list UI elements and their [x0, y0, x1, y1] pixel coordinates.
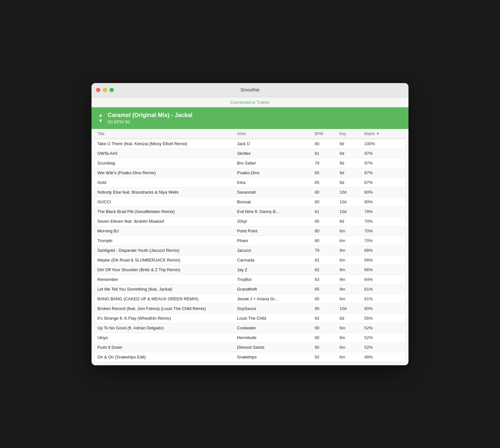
col-header-match[interactable]: Match ▼ [362, 129, 367, 139]
cell-artist: Bro Safari [234, 158, 312, 168]
cell-key: 6m [337, 352, 362, 362]
cell-bpm: 80 [312, 226, 337, 236]
cell-key: 10d [337, 207, 362, 216]
cell-title: Ukiyo [95, 333, 234, 342]
cell-artist: Snakehips [234, 352, 312, 362]
cell-key: 9m [337, 265, 362, 274]
window-title: Smoothie [240, 87, 259, 92]
minimize-button[interactable] [103, 88, 107, 92]
now-playing-meta: 80 BPM 9d [108, 119, 192, 124]
table-row[interactable]: Morning BJ Point Point 80 6m 70% [95, 226, 405, 236]
cell-bpm: 81 [312, 148, 337, 158]
table-row[interactable]: Nobody Else feat. Brasstracks & Niya Wel… [95, 187, 405, 197]
cell-bpm: 82 [312, 265, 337, 274]
cell-title: Let Me Tell You Something (feat. Jackal) [95, 284, 234, 294]
now-playing-arrows: ▲ ▼ [98, 112, 103, 123]
cell-title: BANG BANG (CAKED UP & MEAUX GREEN REMIX) [95, 294, 234, 304]
table-row[interactable]: Scumbag Bro Safari 79 9d 97% [95, 158, 405, 168]
cell-bpm: 90 [312, 333, 337, 342]
cell-key: 10d [337, 197, 362, 207]
arrow-up-icon: ▲ [98, 112, 103, 118]
cell-artist: Evil Nine ft. Danny B... [234, 207, 312, 216]
table-row[interactable]: Maybe (Elk Road & SLUMBERJACK Remix) Car… [95, 255, 405, 265]
table-row[interactable]: Dirt Off Your Shoulder (Brillz & Z Trip … [95, 265, 405, 274]
table-row[interactable]: Wie Wär's (Psaiko.Dino Remix) Psaiko.Din… [95, 168, 405, 177]
cell-key: 9m [337, 274, 362, 284]
cell-bpm: 85 [312, 294, 337, 304]
table-row[interactable]: Let Me Tell You Something (feat. Jackal)… [95, 284, 405, 294]
cell-key: 6m [337, 342, 362, 352]
table-row[interactable]: The Black Brad Pitt (Gesaffelstein Remix… [95, 207, 405, 216]
cell-match: 48% [362, 352, 405, 362]
cell-title: Nobody Else feat. Brasstracks & Niya Wel… [95, 187, 234, 197]
cell-key: 10d [337, 187, 362, 197]
cell-key: 9d [337, 158, 362, 168]
cell-match: 87% [362, 168, 405, 177]
cell-bpm: 83 [312, 274, 337, 284]
cell-key: 6m [337, 323, 362, 333]
table-row[interactable]: Santigold - Disparate Youth (Jacuzzi Rem… [95, 245, 405, 255]
cell-title: Morning BJ [95, 226, 234, 236]
table-row[interactable]: Push It Down Dimond Saints 90 6m 52% [95, 342, 405, 352]
table-row[interactable]: Broken Record (feat. Joni Fatora) (Louis… [95, 304, 405, 313]
maximize-button[interactable] [110, 88, 114, 92]
cell-match: 97% [362, 158, 405, 168]
cell-bpm: 90 [312, 323, 337, 333]
table-row[interactable]: OWSLA#3 Skrillex 81 9d 97% [95, 148, 405, 158]
cell-match: 55% [362, 313, 405, 323]
cell-match: 66% [362, 265, 405, 274]
table-row[interactable]: It's Strange ft. K.Flay (Wheathin Remix)… [95, 313, 405, 323]
cell-match: 97% [362, 148, 405, 158]
cell-match: 64% [362, 274, 405, 284]
table-row[interactable]: Trompki Pham 80 6m 70% [95, 236, 405, 245]
cell-artist: Pham [234, 236, 312, 245]
table-row[interactable]: BANG BANG (CAKED UP & MEAUX GREEN REMIX)… [95, 294, 405, 304]
cell-match: 87% [362, 177, 405, 187]
table-row[interactable]: GUCCI Bonsaii 80 10d 80% [95, 197, 405, 207]
cell-key: 9m [337, 245, 362, 255]
cell-title: GUCCI [95, 197, 234, 207]
table-row[interactable]: Gold Kiira 85 9d 87% [95, 177, 405, 187]
table-row[interactable]: On & On (Snakehips Edit) Snakehips 92 6m… [95, 352, 405, 362]
col-header-artist: Artist [234, 129, 312, 139]
cell-key: 9m [337, 284, 362, 294]
cell-key: 10d [337, 304, 362, 313]
cell-artist: Jessie J + Ariana Gr... [234, 294, 312, 304]
cell-match: 52% [362, 323, 405, 333]
table-row[interactable]: Ukiyo Hermitude 90 9m 52% [95, 333, 405, 342]
cell-title: Maybe (Elk Road & SLUMBERJACK Remix) [95, 255, 234, 265]
close-button[interactable] [96, 88, 100, 92]
cell-title: OWSLA#3 [95, 148, 234, 158]
table-row[interactable]: Remember TroyBoi 83 9m 64% [95, 274, 405, 284]
cell-title: Gold [95, 177, 234, 187]
cell-artist: Coolwater [234, 323, 312, 333]
cell-match: 100% [362, 139, 405, 148]
col-header-title: Title [95, 129, 234, 139]
cell-key: 8d [337, 216, 362, 226]
titlebar: Smoothie [92, 83, 408, 97]
cell-artist: Jacuzzi [234, 245, 312, 255]
cell-bpm: 85 [312, 168, 337, 177]
sort-arrow-icon: ▼ [376, 132, 379, 135]
cell-title: Take Ü There (feat. Kiesza) [Missy Ellio… [95, 139, 234, 148]
table-row[interactable]: Take Ü There (feat. Kiesza) [Missy Ellio… [95, 139, 405, 148]
cell-title: Remember [95, 274, 234, 284]
cell-key: 8d [337, 313, 362, 323]
cell-title: On & On (Snakehips Edit) [95, 352, 234, 362]
table-header-row: Title Artist BPM Key Match ▼ [95, 129, 405, 139]
table-row[interactable]: Up To No Good (ft. Adrian Delgado) Coolw… [95, 323, 405, 333]
cell-bpm: 85 [312, 177, 337, 187]
cell-match: 70% [362, 236, 405, 245]
cell-match: 52% [362, 342, 405, 352]
cell-title: Broken Record (feat. Joni Fatora) (Louis… [95, 304, 234, 313]
cell-title: It's Strange ft. K.Flay (Wheathin Remix) [95, 313, 234, 323]
cell-artist: Louis The Child [234, 313, 312, 323]
cell-artist: Kiira [234, 177, 312, 187]
cell-title: Wie Wär's (Psaiko.Dino Remix) [95, 168, 234, 177]
cell-key: 6m [337, 255, 362, 265]
now-playing-title: Caramel (Original Mix) - Jackal [108, 112, 192, 119]
cell-bpm: 81 [312, 207, 337, 216]
table-row[interactable]: Seven Eleven feat. Ibrahim Maalouf 20syl… [95, 216, 405, 226]
cell-bpm: 92 [312, 352, 337, 362]
cell-bpm: 92 [312, 313, 337, 323]
